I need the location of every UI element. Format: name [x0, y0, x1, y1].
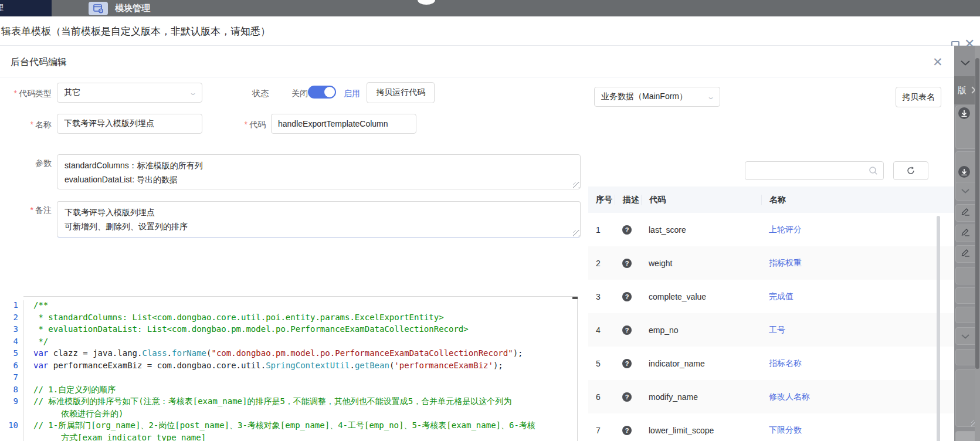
code-line[interactable]: 5var clazz = java.lang.Class.forName("co… [0, 348, 575, 361]
code-line[interactable]: 10// 1-所属部门[org_name]、2-岗位[post_name]、3-… [0, 420, 575, 433]
pencil-icon[interactable] [961, 249, 971, 257]
line-number: 8 [0, 385, 23, 397]
modal-titlebar: 辑表单模板（当前模板是自定义版本，非默认版本，请知悉） ✕ [0, 16, 980, 46]
table-row[interactable]: 6?modify_name修改人名称 [588, 380, 954, 413]
question-mark-icon[interactable]: ? [622, 325, 632, 335]
table-row[interactable]: 1?last_score上轮评分 [588, 213, 954, 246]
search-box [745, 161, 884, 180]
question-mark-icon[interactable]: ? [622, 426, 632, 435]
download-circle-icon[interactable] [958, 107, 970, 119]
line-number: 10 [0, 420, 23, 433]
question-mark-icon[interactable]: ? [622, 359, 632, 368]
code-input[interactable] [271, 114, 416, 134]
field-code: weight [641, 259, 761, 268]
table-row[interactable]: 4?emp_no工号 [588, 313, 954, 347]
line-text: */ [23, 337, 575, 349]
line-number [0, 409, 23, 421]
code-editor[interactable]: 1/**2 * standardColumns: List<com.dongba… [0, 296, 578, 441]
panel-title: 后台代码编辑 [11, 56, 67, 69]
description-cell: ? [615, 325, 641, 335]
search-input[interactable] [745, 161, 884, 180]
row-index: 3 [588, 292, 615, 301]
chevron-down-icon[interactable] [961, 60, 970, 66]
field-name-cell: 上轮评分 [761, 225, 954, 235]
copy-table-name-button[interactable]: 拷贝表名 [896, 87, 941, 107]
search-icon [869, 166, 878, 175]
question-mark-icon[interactable]: ? [622, 392, 632, 402]
page-scrollbar-thumb[interactable] [975, 58, 979, 369]
status-toggle[interactable] [308, 86, 336, 99]
field-name-link[interactable]: 上轮评分 [769, 225, 802, 234]
table-scrollbar[interactable] [937, 216, 940, 441]
description-cell: ? [615, 425, 641, 435]
code-line[interactable]: 8// 1.自定义列的顺序 [0, 385, 575, 397]
line-number: 6 [0, 361, 23, 373]
table-row[interactable]: 3?complete_value完成值 [588, 280, 954, 313]
code-line[interactable]: 9// 标准模版列的排序号如下(注意：考核表[exam_name]的排序是5，不… [0, 396, 575, 409]
biz-data-select[interactable]: 业务数据（MainForm） ⌄ [594, 87, 720, 107]
field-name-link[interactable]: 修改人名称 [769, 392, 810, 401]
page-title: 模块管理 [115, 3, 150, 14]
copy-run-code-button[interactable]: 拷贝运行代码 [367, 82, 435, 103]
code-line[interactable]: 2 * standardColumns: List<com.dongbao.co… [0, 313, 575, 325]
column-header: 序号 [588, 195, 615, 205]
chevron-down-icon[interactable] [961, 334, 969, 339]
row-index: 5 [588, 359, 615, 368]
code-type-select[interactable]: 其它 ⌄ [57, 83, 202, 103]
fields-table: 序号描述代码名称 1?last_score上轮评分2?weight指标权重3?c… [588, 186, 954, 441]
table-row[interactable]: 2?weight指标权重 [588, 246, 954, 280]
field-name-cell: 指标权重 [761, 258, 954, 269]
description-cell: ? [615, 225, 641, 235]
code-line[interactable]: 1/** [0, 300, 575, 313]
params-textarea[interactable]: standardColumns：标准模版的所有列 evaluationDataL… [57, 154, 581, 189]
line-text [23, 372, 575, 385]
params-label: 参数 [0, 158, 52, 169]
status-on-label: 启用 [344, 89, 360, 99]
avatar[interactable] [418, 0, 435, 5]
nav-clipped-text: 理 [0, 3, 4, 13]
nav-clipped-item[interactable]: 理 [0, 0, 52, 16]
backend-code-edit-panel: 后台代码编辑 ✕ *代码类型 其它 ⌄ 状态 关闭 启用 拷贝运行代码 业务数据… [0, 46, 954, 441]
table-row[interactable]: 7?lower_limit_scope下限分数 [588, 413, 954, 441]
pencil-icon[interactable] [961, 228, 971, 236]
chevron-down-icon: ⌄ [189, 89, 197, 97]
name-label: *名称 [0, 120, 52, 130]
line-text: var performanceExamBiz = com.dongbao.cor… [23, 361, 575, 373]
line-text: * evaluationDataList: List<com.dongbao.p… [23, 324, 575, 337]
line-text: // 标准模版列的排序号如下(注意：考核表[exam_name]的排序是5，不能… [23, 396, 575, 409]
code-line[interactable]: 6var performanceExamBiz = com.dongbao.co… [0, 361, 575, 373]
code-line[interactable]: 方式[exam_indicator_type_name] [0, 433, 575, 441]
required-asterisk: * [14, 89, 17, 98]
code-line[interactable]: 7 [0, 372, 575, 385]
code-type-label: *代码类型 [0, 89, 52, 99]
code-line[interactable]: 3 * evaluationDataList: List<com.dongbao… [0, 324, 575, 337]
line-number: 7 [0, 372, 23, 385]
module-tab-icon[interactable] [89, 2, 108, 15]
field-name-link[interactable]: 指标权重 [769, 258, 802, 267]
code-line[interactable]: 4 */ [0, 337, 575, 349]
download-circle-icon[interactable] [958, 166, 970, 178]
top-bar: 理 模块管理 [0, 0, 980, 16]
question-mark-icon[interactable]: ? [622, 225, 632, 235]
code-label: *代码 [232, 120, 266, 130]
field-name-link[interactable]: 工号 [769, 325, 785, 334]
line-text: 依赖进行合并的) [23, 409, 575, 421]
chevron-down-icon[interactable] [961, 189, 969, 194]
field-name-cell: 工号 [761, 325, 954, 335]
pencil-icon[interactable] [961, 208, 971, 216]
code-type-value: 其它 [64, 87, 80, 98]
line-number [0, 433, 23, 441]
editor-scrollbar[interactable] [572, 297, 578, 299]
code-line[interactable]: 依赖进行合并的) [0, 409, 575, 421]
refresh-button[interactable] [893, 161, 928, 180]
field-name-link[interactable]: 指标名称 [769, 358, 802, 368]
question-mark-icon[interactable]: ? [622, 259, 632, 268]
table-row[interactable]: 5?indicator_name指标名称 [588, 347, 954, 380]
field-name-link[interactable]: 完成值 [769, 291, 794, 301]
field-name-link[interactable]: 下限分数 [769, 425, 802, 435]
remark-textarea[interactable]: 下载考评导入模版列埋点 可新增列、删除列、设置列的排序 [57, 201, 581, 238]
column-header: 描述 [615, 195, 641, 205]
panel-close-icon[interactable]: ✕ [932, 56, 943, 68]
name-input[interactable] [57, 114, 202, 134]
question-mark-icon[interactable]: ? [622, 292, 632, 301]
